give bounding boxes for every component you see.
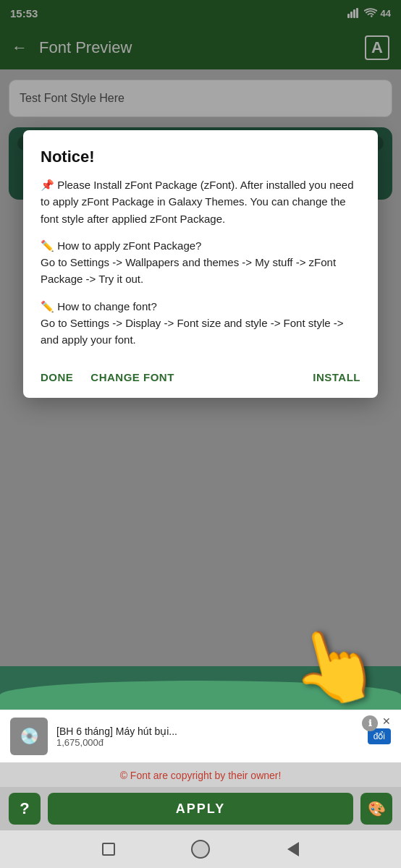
done-button[interactable]: DONE bbox=[41, 368, 73, 386]
palette-button[interactable]: 🎨 bbox=[360, 793, 392, 825]
wave-area bbox=[0, 666, 401, 710]
wave-svg bbox=[0, 673, 401, 710]
product-thumbnail: 💿 bbox=[10, 718, 48, 755]
info-button[interactable]: ℹ bbox=[362, 715, 378, 731]
change-font-button[interactable]: CHANGE FONT bbox=[90, 368, 174, 386]
apply-row: ? APPLY 🎨 bbox=[0, 787, 401, 830]
dialog-paragraph-1: 📌 Please Install zFont Package (zFont). … bbox=[41, 176, 360, 227]
copyright-text: © Font are copyright by their owner! bbox=[0, 762, 401, 787]
nav-back-icon bbox=[287, 842, 299, 856]
how-to-apply-text: How to apply zFont Package?Go to Setting… bbox=[41, 239, 336, 286]
how-to-change-icon: ✏️ bbox=[41, 300, 54, 312]
product-name: [BH 6 tháng] Máy hút bụi... bbox=[56, 726, 245, 737]
bottom-section: 💿 [BH 6 tháng] Máy hút bụi... 1,675,000đ… bbox=[0, 666, 401, 868]
notice-dialog: Notice! 📌 Please Install zFont Package (… bbox=[23, 130, 378, 398]
apply-button[interactable]: APPLY bbox=[48, 793, 353, 825]
how-to-apply-icon: ✏️ bbox=[41, 239, 54, 252]
nav-home-icon bbox=[191, 840, 210, 859]
dialog-paragraph-3: ✏️ How to change font?Go to Settings -> … bbox=[41, 298, 360, 349]
help-button[interactable]: ? bbox=[9, 793, 41, 825]
nav-home-button[interactable] bbox=[187, 836, 214, 862]
dialog-paragraph-2: ✏️ How to apply zFont Package?Go to Sett… bbox=[41, 237, 360, 288]
nav-back-button[interactable] bbox=[280, 836, 306, 862]
product-thumb-icon: 💿 bbox=[20, 727, 39, 746]
nav-square-icon bbox=[102, 843, 115, 856]
product-price: 1,675,000đ bbox=[56, 737, 359, 748]
dialog-actions: DONE CHANGE FONT INSTALL bbox=[41, 362, 360, 386]
product-info: [BH 6 tháng] Máy hút bụi... 1,675,000đ bbox=[56, 726, 359, 748]
nav-bar bbox=[0, 830, 401, 868]
info-icon-area: ℹ ✕ bbox=[362, 715, 391, 731]
product-row[interactable]: 💿 [BH 6 tháng] Máy hút bụi... 1,675,000đ… bbox=[0, 710, 401, 762]
install-button[interactable]: INSTALL bbox=[313, 368, 360, 386]
palette-icon: 🎨 bbox=[368, 800, 386, 817]
nav-square-button[interactable] bbox=[96, 836, 122, 862]
close-button[interactable]: ✕ bbox=[382, 715, 391, 731]
dialog-body: 📌 Please Install zFont Package (zFont). … bbox=[41, 176, 360, 348]
how-to-change-text: How to change font?Go to Settings -> Dis… bbox=[41, 300, 344, 346]
product-row-container: 💿 [BH 6 tháng] Máy hút bụi... 1,675,000đ… bbox=[0, 710, 401, 762]
dialog-title: Notice! bbox=[41, 148, 360, 166]
